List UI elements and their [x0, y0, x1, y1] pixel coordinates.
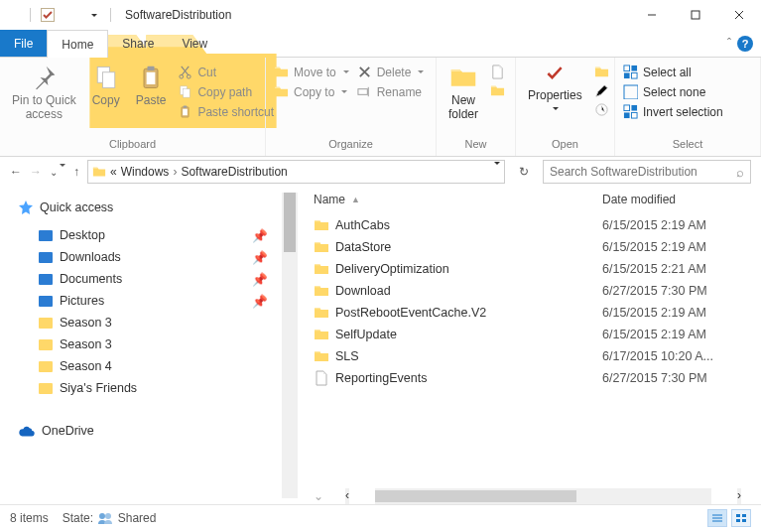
paste-button[interactable]: Paste — [130, 62, 173, 109]
search-box[interactable]: ⌕ — [543, 160, 751, 184]
delete-button[interactable]: Delete — [355, 64, 427, 80]
invert-selection-button[interactable]: Invert selection — [621, 103, 725, 120]
tab-file[interactable]: File — [0, 30, 47, 57]
refresh-button[interactable]: ↻ — [513, 161, 535, 183]
pin-icon: 📌 — [252, 228, 268, 243]
tab-view[interactable]: View — [168, 30, 221, 57]
history-button[interactable] — [592, 101, 611, 118]
new-item-button[interactable] — [488, 64, 507, 80]
pin-to-quick-access-button[interactable]: Pin to Quick access — [6, 62, 82, 123]
navpane-scrollbar[interactable] — [282, 193, 298, 498]
hscroll-right-button[interactable]: › — [737, 488, 741, 504]
help-icon[interactable]: ? — [737, 36, 753, 52]
navpane-scroll-down-icon[interactable]: ⌄ — [314, 489, 323, 503]
address-history-dropdown[interactable] — [492, 165, 500, 179]
file-row[interactable]: AuthCabs6/15/2015 2:19 AM — [314, 214, 751, 236]
qat-customize-dropdown[interactable] — [84, 6, 102, 24]
qat-properties-icon[interactable] — [39, 6, 57, 24]
open-button[interactable] — [592, 64, 611, 80]
copy-to-button[interactable]: Copy to — [272, 83, 351, 100]
file-row[interactable]: SelfUpdate6/15/2015 2:19 AM — [314, 324, 751, 345]
maximize-button[interactable] — [674, 1, 717, 29]
svg-rect-18 — [39, 230, 53, 241]
file-name: AuthCabs — [335, 218, 390, 232]
ribbon-tabs: File Home Share View ˆ ? — [0, 30, 761, 58]
sidebar-item[interactable]: Season 4 — [18, 355, 292, 377]
sidebar-item[interactable]: Season 3 — [18, 312, 292, 333]
search-input[interactable] — [550, 165, 736, 179]
sidebar-item-label: Season 4 — [60, 359, 112, 373]
hscroll-left-button[interactable]: ‹ — [345, 488, 349, 504]
ribbon-body: Pin to Quick access Copy Paste Cut Copy … — [0, 58, 761, 157]
collapse-ribbon-icon[interactable]: ˆ — [727, 37, 731, 51]
pin-icon: 📌 — [252, 250, 268, 265]
column-name[interactable]: Name ▲ — [314, 193, 602, 206]
sidebar-item[interactable]: Documents📌 — [18, 268, 292, 290]
sidebar-item-label: Downloads — [60, 250, 121, 264]
copy-path-button[interactable]: Copy path — [176, 83, 276, 100]
copy-button[interactable]: Copy — [86, 62, 126, 109]
svg-rect-22 — [39, 318, 53, 329]
sidebar-item[interactable]: Season 3 — [18, 333, 292, 355]
svg-rect-14 — [692, 11, 699, 19]
group-label-new: New — [443, 136, 509, 152]
file-name: SLS — [335, 349, 359, 363]
quick-access-header[interactable]: Quick access — [18, 197, 292, 218]
view-details-button[interactable] — [707, 509, 727, 527]
cut-button[interactable]: Cut — [176, 64, 276, 80]
nav-back-button[interactable]: ← — [10, 165, 22, 179]
column-date[interactable]: Date modified — [602, 193, 751, 206]
folder-icon — [314, 239, 329, 255]
folder-icon — [314, 217, 329, 233]
file-date: 6/15/2015 2:19 AM — [602, 218, 751, 232]
file-row[interactable]: DeliveryOptimization6/15/2015 2:21 AM — [314, 258, 751, 280]
navigation-pane: Quick access Desktop📌Downloads📌Documents… — [0, 187, 298, 504]
rename-icon — [357, 84, 372, 99]
easy-access-button[interactable] — [488, 82, 507, 99]
view-large-icons-button[interactable] — [731, 509, 751, 527]
sidebar-item[interactable]: Pictures📌 — [18, 290, 292, 312]
star-icon — [18, 200, 34, 215]
navpane-scrollbar-thumb[interactable] — [284, 193, 296, 252]
paste-shortcut-button[interactable]: Paste shortcut — [176, 103, 276, 120]
breadcrumb-current[interactable]: SoftwareDistribution — [181, 165, 287, 179]
sidebar-item[interactable]: Desktop📌 — [18, 224, 292, 246]
select-all-icon — [623, 65, 638, 79]
file-row[interactable]: PostRebootEventCache.V26/15/2015 2:19 AM — [314, 302, 751, 324]
select-all-button[interactable]: Select all — [621, 64, 725, 80]
nav-forward-button[interactable]: → — [30, 165, 42, 179]
address-bar[interactable]: « Windows › SoftwareDistribution — [87, 160, 505, 184]
tab-home[interactable]: Home — [47, 30, 108, 58]
file-date: 6/27/2015 7:30 PM — [602, 284, 751, 298]
move-to-button[interactable]: Move to — [272, 64, 351, 80]
column-headers[interactable]: Name ▲ Date modified — [298, 187, 761, 212]
window-title: SoftwareDistribution — [125, 8, 231, 22]
sidebar-item[interactable]: Downloads📌 — [18, 246, 292, 268]
people-icon — [96, 512, 114, 524]
nav-up-button[interactable]: ↑ — [73, 165, 79, 179]
select-none-button[interactable]: Select none — [621, 83, 725, 100]
minimize-button[interactable] — [630, 1, 674, 29]
new-item-icon — [490, 65, 505, 79]
properties-button[interactable]: Properties — [522, 62, 588, 115]
breadcrumb-windows[interactable]: Windows — [121, 165, 170, 179]
edit-button[interactable] — [592, 82, 611, 99]
close-button[interactable] — [717, 1, 761, 29]
svg-rect-28 — [736, 519, 740, 522]
onedrive-item[interactable]: OneDrive — [18, 421, 292, 441]
file-row[interactable]: DataStore6/15/2015 2:19 AM — [314, 236, 751, 258]
new-folder-button[interactable]: New folder — [443, 62, 484, 123]
svg-rect-21 — [39, 296, 53, 307]
file-date: 6/27/2015 7:30 PM — [602, 371, 751, 385]
tab-share[interactable]: Share — [108, 30, 168, 57]
hscroll-thumb[interactable] — [375, 490, 576, 502]
qat-newfolder-icon[interactable] — [63, 7, 78, 23]
rename-button[interactable]: Rename — [355, 83, 427, 100]
horizontal-scrollbar[interactable] — [375, 488, 711, 504]
sidebar-item-label: Season 3 — [60, 316, 112, 330]
sidebar-item[interactable]: Siya's Friends — [18, 377, 292, 399]
file-row[interactable]: ReportingEvents6/27/2015 7:30 PM — [314, 367, 751, 389]
file-row[interactable]: Download6/27/2015 7:30 PM — [314, 280, 751, 302]
nav-recent-dropdown[interactable]: ⌄ — [50, 167, 65, 178]
file-row[interactable]: SLS6/17/2015 10:20 A... — [314, 345, 751, 367]
